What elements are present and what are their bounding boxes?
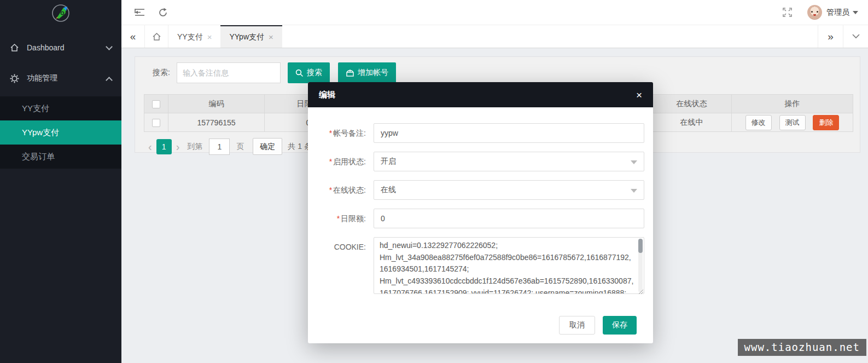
online-status-value: 在线 (381, 185, 396, 195)
sidebar-submenu: YY支付 YYpw支付 交易订单 (0, 96, 121, 169)
goto-label: 到第 (187, 142, 202, 152)
prev-page-icon[interactable]: ‹ (144, 141, 156, 152)
cookie-textarea[interactable]: hd_newui=0.13229277062226052; Hm_lvt_34a… (374, 237, 644, 294)
enable-status-value: 开启 (381, 157, 396, 166)
search-input[interactable] (177, 62, 281, 83)
sidebar-item-function-management[interactable]: 功能管理 (0, 68, 121, 89)
rocket-logo-icon (49, 2, 72, 25)
textarea-scrollbar-thumb[interactable] (638, 239, 643, 253)
chevron-up-icon (106, 77, 113, 84)
test-button[interactable]: 测试 (779, 115, 806, 130)
tab-label: YYpw支付 (229, 32, 264, 42)
close-icon[interactable]: × (636, 90, 642, 100)
save-button[interactable]: 保存 (603, 316, 637, 335)
sidebar-item-yy-pay[interactable]: YY支付 (0, 96, 121, 120)
required-mark: * (329, 129, 332, 137)
search-icon (295, 69, 304, 77)
sidebar-item-dashboard[interactable]: Dashboard (0, 37, 121, 58)
form-row-account-note: *帐号备注: (308, 123, 653, 143)
cancel-button[interactable]: 取消 (559, 316, 595, 335)
cookie-label: COOKIE: (308, 237, 366, 296)
dialog-title: 编辑 (319, 90, 335, 100)
search-button[interactable]: 搜索 (288, 62, 330, 83)
tab-bar: « YY支付 × YYpw支付 × » (121, 25, 868, 48)
sidebar-item-label: Dashboard (27, 43, 65, 52)
select-caret-icon (631, 189, 637, 193)
goto-confirm-button[interactable]: 确定 (253, 138, 282, 155)
cell-online-status: 在线中 (652, 113, 732, 132)
gear-icon (10, 74, 19, 83)
sidebar-item-yypw-pay[interactable]: YYpw支付 (0, 120, 121, 145)
required-mark: * (329, 186, 332, 194)
search-label: 搜索: (153, 68, 170, 78)
goto-page-input[interactable] (209, 139, 230, 155)
tab-yypw-pay[interactable]: YYpw支付 × (220, 25, 282, 48)
tabs-menu-button[interactable] (843, 25, 868, 48)
sidebar-item-label: 功能管理 (27, 73, 57, 83)
edit-dialog-footer: 取消 保存 (308, 304, 653, 335)
chevron-down-icon (106, 43, 113, 50)
tab-label: YY支付 (177, 32, 203, 42)
tabs-scroll-left-button[interactable]: « (121, 25, 145, 48)
form-row-online-status: *在线状态: 在线 (308, 180, 653, 200)
add-account-icon (346, 69, 354, 77)
textarea-resize-handle[interactable] (638, 289, 643, 294)
tab-close-icon[interactable]: × (207, 32, 212, 42)
fullscreen-icon[interactable] (783, 8, 792, 17)
daily-limit-label: *日限额: (308, 209, 366, 228)
required-mark: * (337, 214, 340, 223)
sidebar-item-trade-orders[interactable]: 交易订单 (0, 145, 121, 169)
column-header-code: 编码 (168, 95, 265, 113)
home-icon (10, 43, 19, 52)
required-mark: * (329, 157, 332, 166)
form-row-cookie: COOKIE: hd_newui=0.13229277062226052; Hm… (308, 237, 653, 296)
row-checkbox[interactable] (152, 119, 160, 127)
cell-code: 157796155 (168, 113, 265, 132)
user-menu-caret-icon (853, 11, 858, 14)
add-account-button[interactable]: 增加帐号 (338, 62, 396, 83)
daily-limit-input[interactable] (374, 209, 644, 228)
edit-dialog: 编辑 × *帐号备注: *启用状态: 开启 *在线状态: 在线 *日限额: (308, 82, 653, 343)
online-status-label: *在线状态: (308, 180, 366, 200)
user-name[interactable]: 管理员 (826, 8, 849, 18)
home-icon (152, 32, 161, 41)
user-avatar[interactable] (807, 5, 822, 20)
add-account-button-label: 增加帐号 (358, 68, 388, 78)
page-unit-label: 页 (236, 142, 244, 152)
account-note-input[interactable] (374, 123, 644, 143)
form-row-daily-limit: *日限额: (308, 209, 653, 228)
online-status-select[interactable]: 在线 (374, 180, 644, 200)
page-1-button[interactable]: 1 (156, 139, 172, 154)
sidebar: Dashboard 功能管理 YY支付 YYpw支付 交易订单 (0, 0, 121, 363)
form-row-enable-status: *启用状态: 开启 (308, 152, 653, 171)
search-row: 搜索: 搜索 增加帐号 (153, 62, 860, 83)
select-caret-icon (631, 160, 637, 164)
edit-dialog-header: 编辑 × (308, 82, 653, 107)
tab-yy-pay[interactable]: YY支付 × (168, 25, 220, 48)
edit-button[interactable]: 修改 (745, 115, 772, 130)
cell-actions: 修改 测试 删除 (732, 113, 853, 132)
select-all-checkbox[interactable] (152, 100, 160, 108)
chevron-down-icon (852, 34, 860, 39)
edit-form: *帐号备注: *启用状态: 开启 *在线状态: 在线 *日限额: COOKIE: (308, 107, 653, 296)
tabs-scroll-right-button[interactable]: » (818, 25, 843, 48)
search-button-label: 搜索 (307, 68, 322, 78)
app-logo (0, 0, 121, 27)
enable-status-label: *启用状态: (308, 152, 366, 171)
site-watermark: www.tiaozhuan.net (738, 339, 866, 356)
next-page-icon[interactable]: › (172, 141, 184, 152)
enable-status-select[interactable]: 开启 (374, 152, 644, 171)
column-header-online-status: 在线状态 (652, 95, 732, 113)
topbar: 管理员 (121, 0, 868, 25)
delete-button[interactable]: 删除 (813, 115, 839, 130)
refresh-icon[interactable] (158, 8, 168, 18)
account-note-label: *帐号备注: (308, 123, 366, 143)
collapse-sidebar-icon[interactable] (135, 8, 145, 16)
tab-home-button[interactable] (145, 25, 168, 48)
column-header-actions: 操作 (732, 95, 853, 113)
tab-close-icon[interactable]: × (269, 32, 273, 42)
